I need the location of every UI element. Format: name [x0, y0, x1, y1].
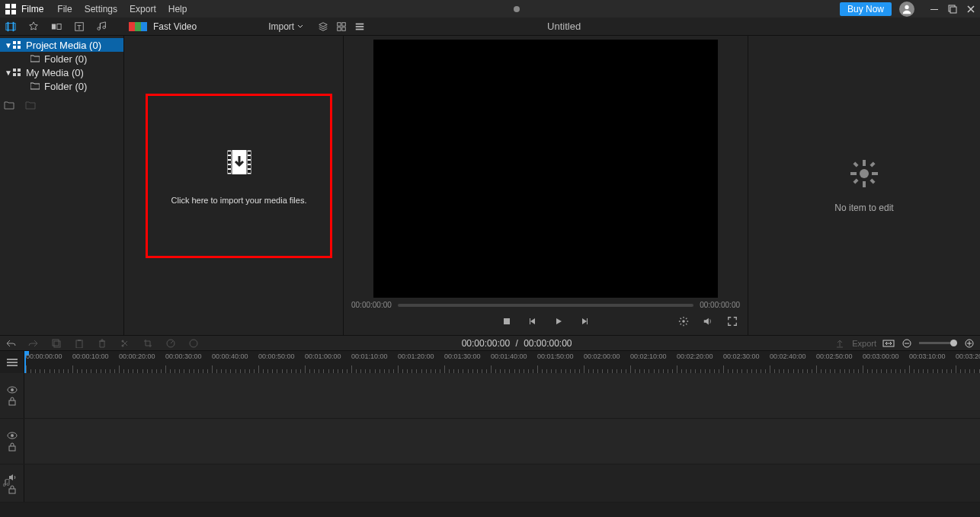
svg-rect-26	[13, 69, 16, 72]
svg-rect-40	[248, 161, 251, 164]
preview-scrub-track[interactable]	[398, 304, 693, 307]
paste-button[interactable]	[73, 337, 85, 349]
svg-rect-42	[248, 170, 251, 173]
svg-rect-22	[13, 41, 16, 44]
color-button[interactable]	[187, 337, 200, 349]
grid-view-icon[interactable]	[332, 18, 351, 36]
svg-rect-35	[228, 161, 231, 164]
media-library-icon[interactable]	[2, 18, 20, 36]
speed-button[interactable]	[165, 337, 177, 349]
ruler-tick: 00:00:50:00	[258, 353, 295, 360]
media-tree-sidebar: ▼ Project Media (0) Folder (0) ▼ My Medi…	[0, 36, 124, 335]
zoom-in-icon[interactable]	[963, 337, 975, 349]
window-maximize-button[interactable]	[943, 0, 962, 18]
redo-button[interactable]	[27, 337, 40, 349]
video-preview[interactable]	[373, 40, 718, 298]
next-frame-button[interactable]	[575, 312, 594, 330]
ruler-tick: 00:02:10:00	[630, 353, 667, 360]
text-icon[interactable]: T	[70, 18, 88, 36]
audio-track-1[interactable]	[0, 464, 980, 503]
svg-rect-52	[853, 161, 858, 167]
svg-rect-16	[342, 22, 345, 25]
fit-timeline-icon[interactable]	[882, 337, 895, 349]
gear-icon	[849, 158, 879, 189]
new-folder-icon[interactable]	[3, 99, 15, 111]
svg-point-4	[905, 5, 908, 8]
video-track-2[interactable]	[0, 419, 980, 464]
zoom-slider[interactable]	[919, 342, 957, 344]
app-name: Filme	[21, 4, 43, 14]
zoom-out-icon[interactable]	[901, 337, 913, 349]
lock-icon[interactable]	[8, 442, 17, 452]
svg-text:T: T	[77, 23, 82, 30]
preview-settings-icon[interactable]	[674, 312, 693, 330]
split-button[interactable]	[119, 337, 131, 349]
preview-volume-icon[interactable]	[699, 312, 717, 330]
visibility-icon[interactable]	[7, 432, 18, 439]
svg-rect-75	[9, 446, 15, 451]
svg-rect-57	[53, 340, 59, 346]
import-media-icon	[224, 147, 255, 177]
track-options-icon[interactable]	[0, 351, 24, 373]
svg-point-47	[860, 169, 869, 178]
svg-rect-10	[13, 21, 14, 30]
preview-time-start: 00:00:00:00	[351, 301, 392, 309]
copy-button[interactable]	[50, 337, 62, 349]
buy-now-button[interactable]: Buy Now	[840, 2, 892, 16]
ruler-tick: 00:02:00:00	[584, 353, 620, 360]
stop-button[interactable]	[498, 312, 516, 330]
undo-button[interactable]	[5, 337, 17, 349]
svg-point-74	[11, 434, 14, 437]
prev-frame-button[interactable]	[524, 312, 542, 330]
list-view-icon[interactable]	[351, 18, 369, 36]
effects-icon[interactable]	[24, 18, 43, 36]
svg-rect-58	[76, 340, 82, 348]
svg-rect-29	[18, 73, 21, 76]
window-minimize-button[interactable]	[925, 0, 943, 18]
menu-help[interactable]: Help	[162, 0, 194, 18]
menu-export[interactable]: Export	[123, 0, 162, 18]
user-account-icon[interactable]	[899, 2, 914, 17]
ruler-tick: 00:02:20:00	[677, 353, 713, 360]
timeline-ruler[interactable]: 00:00:00:0000:00:10:0000:00:20:0000:00:3…	[0, 350, 980, 373]
video-track-1[interactable]	[0, 373, 980, 419]
import-drop-zone[interactable]: Click here to import your media files.	[146, 94, 332, 258]
svg-rect-5	[930, 9, 938, 10]
timeline-export-icon[interactable]	[834, 337, 846, 349]
fast-video-button[interactable]: Fast Video	[153, 21, 197, 32]
delete-folder-icon[interactable]	[24, 99, 37, 111]
inspector-empty-text: No item to edit	[834, 203, 893, 213]
ruler-tick: 00:00:20:00	[119, 353, 155, 360]
play-button[interactable]	[549, 312, 568, 330]
svg-rect-55	[853, 178, 858, 184]
svg-rect-19	[356, 23, 364, 24]
svg-rect-37	[228, 170, 231, 173]
transitions-icon[interactable]	[47, 18, 66, 36]
svg-rect-28	[13, 73, 16, 76]
window-close-button[interactable]	[962, 0, 980, 18]
fullscreen-icon[interactable]	[723, 312, 741, 330]
tree-my-media[interactable]: ▼ My Media (0)	[0, 65, 123, 79]
folder-icon	[30, 81, 40, 91]
tree-project-media[interactable]: ▼ Project Media (0)	[0, 38, 123, 52]
delete-button[interactable]	[96, 337, 108, 349]
svg-rect-67	[7, 359, 18, 360]
menu-settings[interactable]: Settings	[78, 0, 123, 18]
music-note-icon	[3, 479, 11, 488]
timeline-export-label[interactable]: Export	[852, 339, 876, 348]
recording-indicator-icon	[514, 6, 520, 12]
svg-point-63	[190, 340, 197, 347]
svg-rect-43	[504, 318, 510, 324]
svg-point-46	[682, 320, 685, 323]
layers-icon[interactable]	[314, 18, 332, 36]
audio-icon[interactable]	[93, 18, 111, 36]
import-dropdown[interactable]: Import	[265, 21, 306, 32]
lock-icon[interactable]	[8, 397, 17, 406]
tree-project-folder[interactable]: Folder (0)	[0, 52, 123, 65]
tree-my-folder[interactable]: Folder (0)	[0, 79, 123, 93]
crop-button[interactable]	[142, 337, 154, 349]
menu-file[interactable]: File	[51, 0, 78, 18]
svg-rect-3	[11, 10, 16, 14]
svg-rect-48	[863, 160, 866, 166]
visibility-icon[interactable]	[7, 386, 18, 394]
